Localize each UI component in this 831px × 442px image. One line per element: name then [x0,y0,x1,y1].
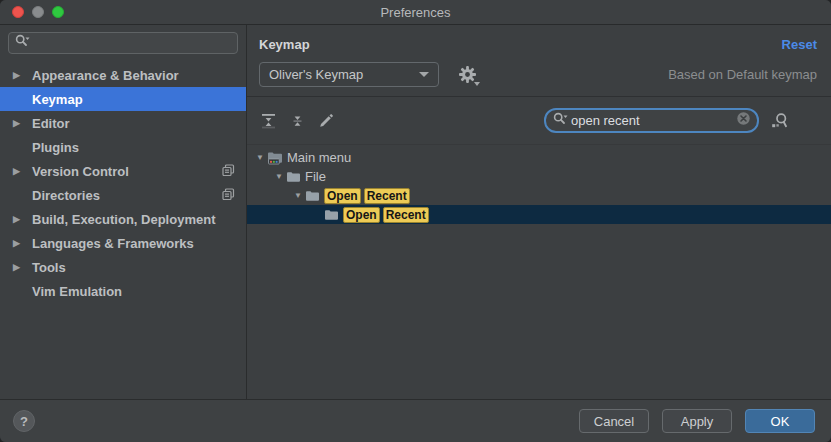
search-icon [14,33,30,53]
tree-row[interactable]: OpenRecent [247,205,831,224]
sidebar-item-label: Editor [32,116,70,131]
sidebar-item-keymap[interactable]: Keymap [0,87,246,111]
traffic-lights [12,6,64,18]
tree-collapse-arrow-icon[interactable]: ▼ [254,153,266,162]
sidebar-item-appearance-behavior[interactable]: ▶Appearance & Behavior [0,63,246,87]
preferences-window: Preferences ▶Appearance & BehaviorKeymap… [0,0,831,442]
sidebar-search-box[interactable] [8,32,238,54]
ok-button[interactable]: OK [745,409,815,433]
tree-row-label: File [305,169,326,184]
titlebar: Preferences [0,0,831,25]
sidebar-item-vim-emulation[interactable]: Vim Emulation [0,279,246,303]
search-match-highlight: Open [343,207,380,223]
zoom-window-button[interactable] [52,6,64,18]
expand-arrow-icon[interactable]: ▶ [13,70,32,80]
tree-row[interactable]: ▼OpenRecent [247,186,831,205]
apply-button[interactable]: Apply [662,409,732,433]
minimize-window-button[interactable] [32,6,44,18]
gear-dropdown-caret [474,82,480,86]
based-on-label: Based on Default keymap [668,67,817,82]
page-title: Keymap [259,37,310,52]
close-window-button[interactable] [12,6,24,18]
folder-icon [286,170,301,183]
search-match-highlight: Recent [364,188,410,204]
action-search-input[interactable] [568,112,736,129]
dialog-footer: ? Cancel Apply OK [0,399,831,442]
actions-tree: ▼Main menu▼File▼OpenRecentOpenRecent [247,145,831,399]
collapse-all-icon[interactable] [288,112,306,130]
sidebar-item-build-execution-deployment[interactable]: ▶Build, Execution, Deployment [0,207,246,231]
sidebar-item-editor[interactable]: ▶Editor [0,111,246,135]
per-project-settings-icon [222,164,235,180]
sidebar-item-label: Build, Execution, Deployment [32,212,215,227]
sidebar-item-label: Tools [32,260,66,275]
folder-icon [305,189,320,202]
search-match-highlight: Open [324,188,361,204]
folder-icon [324,208,339,221]
window-title: Preferences [380,5,450,20]
keymap-header: Keymap Reset Oliver's Keymap Based on De… [247,25,831,97]
reset-link[interactable]: Reset [782,37,817,52]
help-button[interactable]: ? [13,410,35,432]
expand-arrow-icon[interactable]: ▶ [13,118,32,128]
search-match-highlight: Recent [383,207,429,223]
sidebar-item-plugins[interactable]: Plugins [0,135,246,159]
sidebar-item-label: Version Control [32,164,129,179]
find-actions-by-shortcut-icon[interactable] [768,110,790,132]
sidebar-search-input[interactable] [30,35,232,51]
main-menu-icon [267,151,283,165]
sidebar-item-label: Appearance & Behavior [32,68,179,83]
gear-icon[interactable] [458,65,478,85]
sidebar-item-label: Keymap [32,92,83,107]
expand-arrow-icon[interactable]: ▶ [13,262,32,272]
clear-search-icon[interactable] [736,111,751,130]
tree-row[interactable]: ▼File [247,167,831,186]
expand-arrow-icon[interactable]: ▶ [13,214,32,224]
sidebar-item-tools[interactable]: ▶Tools [0,255,246,279]
tree-row-label: Main menu [287,150,351,165]
keymap-toolbar [247,97,831,145]
keymap-select[interactable]: Oliver's Keymap [259,62,439,87]
tree-collapse-arrow-icon[interactable]: ▼ [273,172,285,181]
tree-row[interactable]: ▼Main menu [247,148,831,167]
sidebar-item-list: ▶Appearance & BehaviorKeymap▶EditorPlugi… [0,63,246,303]
main-area: ▶Appearance & BehaviorKeymap▶EditorPlugi… [0,25,831,399]
tree-collapse-arrow-icon[interactable]: ▼ [292,191,304,200]
edit-shortcut-icon[interactable] [317,112,335,130]
expand-arrow-icon[interactable]: ▶ [13,238,32,248]
action-search-box[interactable] [544,108,759,133]
settings-sidebar: ▶Appearance & BehaviorKeymap▶EditorPlugi… [0,25,247,399]
sidebar-item-version-control[interactable]: ▶Version Control [0,159,246,183]
keymap-select-value: Oliver's Keymap [269,67,363,82]
cancel-button[interactable]: Cancel [579,409,649,433]
expand-all-icon[interactable] [259,112,277,130]
sidebar-item-directories[interactable]: Directories [0,183,246,207]
sidebar-item-label: Languages & Frameworks [32,236,194,251]
per-project-settings-icon [222,188,235,204]
sidebar-item-label: Plugins [32,140,79,155]
expand-arrow-icon[interactable]: ▶ [13,166,32,176]
sidebar-item-label: Vim Emulation [32,284,122,299]
sidebar-item-languages-frameworks[interactable]: ▶Languages & Frameworks [0,231,246,255]
content-panel: Keymap Reset Oliver's Keymap Based on De… [247,25,831,399]
search-icon [552,111,568,131]
sidebar-item-label: Directories [32,188,100,203]
chevron-down-icon [419,72,429,77]
